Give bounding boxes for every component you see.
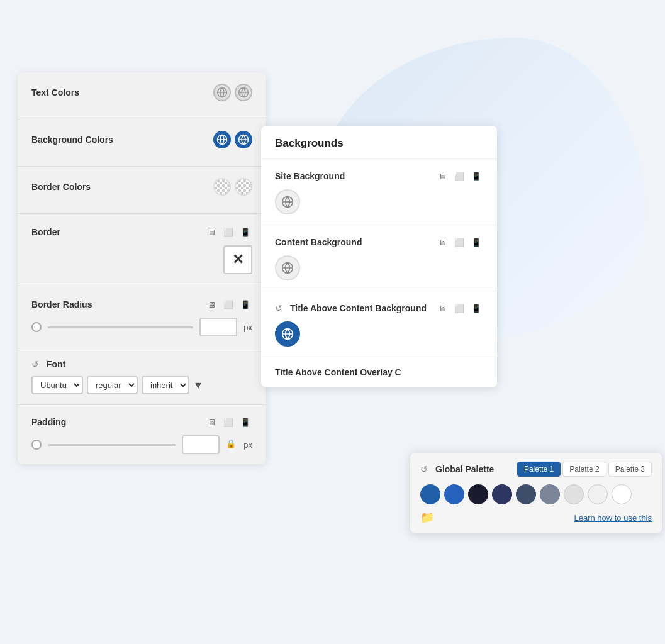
title-above-overlay-section: Title Above Content Overlay C	[261, 357, 497, 387]
site-background-globe-btn[interactable]	[275, 189, 300, 214]
font-weight-select[interactable]: regular	[87, 376, 138, 394]
padding-section: Padding 🖥 ⬜ 📱 🔒 px	[18, 405, 266, 464]
background-colors-icons	[213, 131, 252, 148]
content-background-label: Content Background	[275, 237, 362, 247]
padding-slider-thumb[interactable]	[31, 440, 42, 450]
content-background-globe-btn[interactable]	[275, 255, 300, 280]
palette-tab-3[interactable]: Palette 3	[608, 462, 652, 477]
global-palette-panel: ↺ Global Palette Palette 1 Palette 2 Pal…	[410, 453, 662, 533]
backgrounds-header: Backgrounds	[261, 126, 497, 159]
learn-how-link[interactable]: Learn how to use this	[574, 513, 652, 523]
title-above-content-device-icons: 🖥 ⬜ 📱	[435, 301, 483, 315]
padding-slider-row: 🔒 px	[31, 435, 252, 454]
border-radius-desktop-icon[interactable]: 🖥	[204, 297, 218, 311]
swatch-dark-2[interactable]	[492, 484, 512, 504]
left-settings-panel: Text Colors	[18, 72, 266, 464]
content-background-section: Content Background 🖥 ⬜ 📱	[261, 225, 497, 291]
palette-header: ↺ Global Palette Palette 1 Palette 2 Pal…	[420, 462, 652, 477]
border-radius-px: px	[243, 323, 252, 332]
palette-tab-2[interactable]: Palette 2	[562, 462, 606, 477]
palette-folder-icon[interactable]: 📁	[420, 511, 434, 525]
background-colors-label: Background Colors	[31, 135, 113, 145]
border-colors-checker-1[interactable]	[213, 178, 231, 196]
swatch-light-1[interactable]	[564, 484, 584, 504]
palette-tabs: Palette 1 Palette 2 Palette 3	[517, 462, 652, 477]
site-background-section: Site Background 🖥 ⬜ 📱	[261, 159, 497, 225]
desktop-icon[interactable]: 🖥	[204, 225, 218, 239]
border-colors-label: Border Colors	[31, 182, 91, 192]
swatch-light-2[interactable]	[588, 484, 608, 504]
border-radius-tablet-icon[interactable]: ⬜	[221, 297, 235, 311]
padding-input[interactable]	[182, 435, 220, 454]
font-family-select[interactable]: Ubuntu	[31, 376, 83, 394]
padding-label: Padding	[31, 417, 66, 427]
padding-slider-track[interactable]	[48, 444, 176, 446]
border-radius-input[interactable]	[199, 318, 237, 336]
site-bg-tablet-icon[interactable]: ⬜	[452, 169, 466, 183]
title-above-content-label-row: ↺ Title Above Content Background	[275, 303, 427, 314]
border-section: Border 🖥 ⬜ 📱 ✕	[18, 214, 266, 286]
text-colors-label: Text Colors	[31, 87, 79, 97]
text-colors-globe-2[interactable]	[235, 84, 252, 101]
mobile-icon[interactable]: 📱	[238, 225, 252, 239]
padding-desktop-icon[interactable]: 🖥	[204, 415, 218, 429]
swatch-white[interactable]	[612, 484, 632, 504]
swatch-blue-2[interactable]	[444, 484, 464, 504]
border-label: Border	[31, 227, 60, 237]
border-radius-mobile-icon[interactable]: 📱	[238, 297, 252, 311]
font-controls-row: Ubuntu regular inherit ▼	[31, 376, 252, 394]
title-above-content-globe-btn[interactable]	[275, 321, 300, 347]
font-reset-icon[interactable]: ↺	[31, 358, 43, 370]
title-above-overlay-label: Title Above Content Overlay C	[275, 367, 401, 377]
title-above-content-mobile-icon[interactable]: 📱	[469, 301, 483, 315]
background-colors-globe-1[interactable]	[213, 131, 231, 148]
padding-lock-icon[interactable]: 🔒	[226, 439, 237, 450]
border-radius-device-icons: 🖥 ⬜ 📱	[204, 297, 252, 311]
backgrounds-panel: Backgrounds Site Background 🖥 ⬜ 📱 Conten…	[261, 126, 497, 387]
color-swatches-row	[420, 484, 652, 504]
border-colors-checker-2[interactable]	[235, 178, 252, 196]
swatch-gray-1[interactable]	[540, 484, 560, 504]
tablet-icon[interactable]: ⬜	[221, 225, 235, 239]
border-radius-label: Border Radius	[31, 299, 92, 309]
title-above-content-desktop-icon[interactable]: 🖥	[435, 301, 449, 315]
border-device-icons: 🖥 ⬜ 📱	[204, 225, 252, 239]
title-above-content-reset-icon[interactable]: ↺	[275, 303, 286, 314]
text-colors-globe-1[interactable]	[213, 84, 231, 101]
site-bg-desktop-icon[interactable]: 🖥	[435, 169, 449, 183]
font-size-dropdown-icon[interactable]: ▼	[193, 380, 203, 391]
backgrounds-title: Backgrounds	[275, 137, 344, 149]
swatch-dark-3[interactable]	[516, 484, 536, 504]
text-colors-section: Text Colors	[18, 72, 266, 119]
text-colors-icons	[213, 84, 252, 101]
swatch-blue-1[interactable]	[420, 484, 440, 504]
border-radius-slider-row: px	[31, 318, 252, 336]
site-bg-device-icons: 🖥 ⬜ 📱	[435, 169, 483, 183]
title-above-content-label: Title Above Content Background	[290, 303, 427, 313]
border-clear-button[interactable]: ✕	[223, 245, 252, 274]
padding-tablet-icon[interactable]: ⬜	[221, 415, 235, 429]
content-bg-desktop-icon[interactable]: 🖥	[435, 235, 449, 249]
content-bg-device-icons: 🖥 ⬜ 📱	[435, 235, 483, 249]
font-label: Font	[47, 359, 65, 369]
font-section: ↺ Font Ubuntu regular inherit ▼	[18, 348, 266, 405]
border-colors-section: Border Colors	[18, 167, 266, 214]
border-radius-slider-thumb[interactable]	[31, 322, 42, 332]
title-above-content-section: ↺ Title Above Content Background 🖥 ⬜ 📱	[261, 291, 497, 357]
background-colors-section: Background Colors	[18, 119, 266, 167]
content-bg-mobile-icon[interactable]: 📱	[469, 235, 483, 249]
content-bg-tablet-icon[interactable]: ⬜	[452, 235, 466, 249]
palette-tab-1[interactable]: Palette 1	[517, 462, 561, 477]
font-size-select[interactable]: inherit	[142, 376, 189, 394]
border-colors-icons	[213, 178, 252, 196]
padding-mobile-icon[interactable]: 📱	[238, 415, 252, 429]
swatch-dark-1[interactable]	[468, 484, 488, 504]
palette-reset-icon[interactable]: ↺	[420, 464, 432, 475]
title-above-content-tablet-icon[interactable]: ⬜	[452, 301, 466, 315]
palette-footer: 📁 Learn how to use this	[420, 511, 652, 525]
background-colors-globe-2[interactable]	[235, 131, 252, 148]
site-bg-mobile-icon[interactable]: 📱	[469, 169, 483, 183]
border-radius-slider-track[interactable]	[48, 326, 193, 328]
palette-title-row: ↺ Global Palette	[420, 464, 494, 475]
palette-title: Global Palette	[435, 464, 494, 474]
